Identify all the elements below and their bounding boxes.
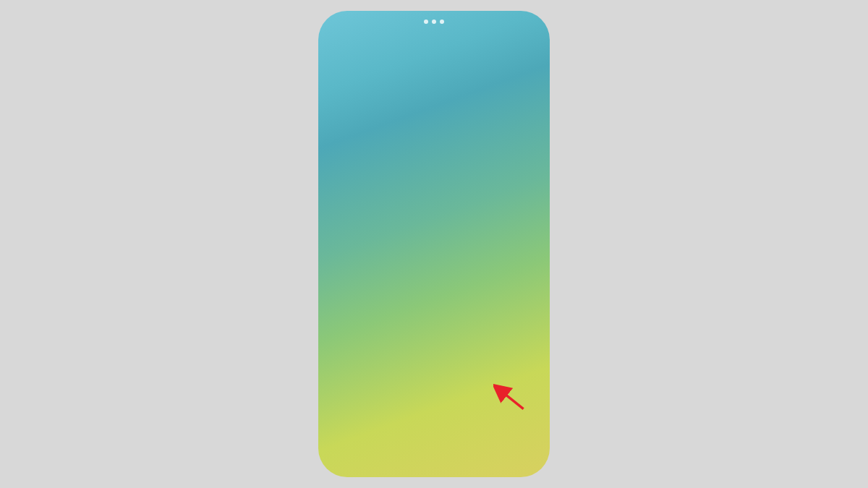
phone-container xyxy=(318,11,550,477)
svg-line-1 xyxy=(499,390,523,409)
manage-arrow xyxy=(493,384,529,416)
status-bar xyxy=(333,20,535,24)
